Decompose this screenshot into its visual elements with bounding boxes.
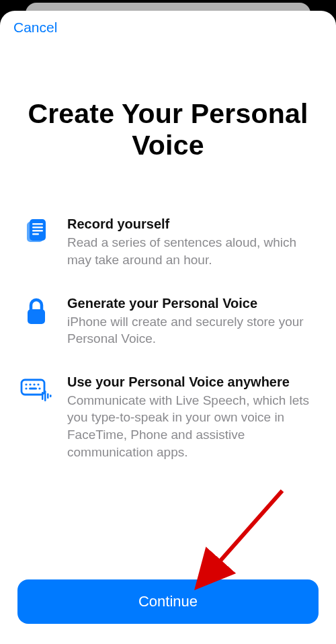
svg-point-12 (25, 387, 27, 389)
feature-use-anywhere: Use your Personal Voice anywhere Communi… (17, 373, 319, 461)
header-bar: Cancel (13, 11, 323, 44)
svg-rect-15 (42, 392, 44, 400)
document-icon (20, 215, 52, 247)
feature-generate: Generate your Personal Voice iPhone will… (17, 294, 319, 348)
svg-rect-6 (28, 309, 45, 324)
svg-rect-17 (47, 393, 49, 399)
page-title: Create Your Personal Voice (17, 98, 319, 161)
svg-point-14 (38, 387, 40, 389)
feature-desc: iPhone will create and securely store yo… (67, 313, 316, 348)
svg-point-11 (37, 383, 39, 385)
feature-title: Generate your Personal Voice (67, 294, 316, 312)
feature-list: Record yourself Read a series of sentenc… (17, 215, 319, 573)
svg-rect-4 (32, 230, 43, 232)
onboarding-sheet: Cancel Create Your Personal Voice Record… (0, 11, 336, 644)
svg-rect-16 (44, 391, 46, 401)
svg-rect-3 (32, 227, 43, 229)
svg-rect-2 (32, 223, 43, 225)
feature-desc: Read a series of sentences aloud, which … (67, 234, 316, 268)
svg-rect-13 (29, 387, 37, 389)
feature-title: Use your Personal Voice anywhere (67, 373, 316, 391)
svg-rect-7 (22, 380, 44, 395)
lock-icon (20, 294, 52, 327)
feature-title: Record yourself (67, 215, 316, 233)
svg-point-9 (29, 383, 31, 385)
svg-rect-18 (50, 395, 52, 397)
cancel-button[interactable]: Cancel (13, 19, 57, 36)
svg-rect-5 (32, 233, 39, 235)
keyboard-speech-icon (20, 373, 52, 403)
continue-button[interactable]: Continue (17, 579, 319, 624)
feature-desc: Communicate with Live Speech, which lets… (67, 392, 316, 461)
svg-point-8 (25, 383, 27, 385)
feature-record: Record yourself Read a series of sentenc… (17, 215, 319, 268)
svg-point-10 (33, 383, 35, 385)
